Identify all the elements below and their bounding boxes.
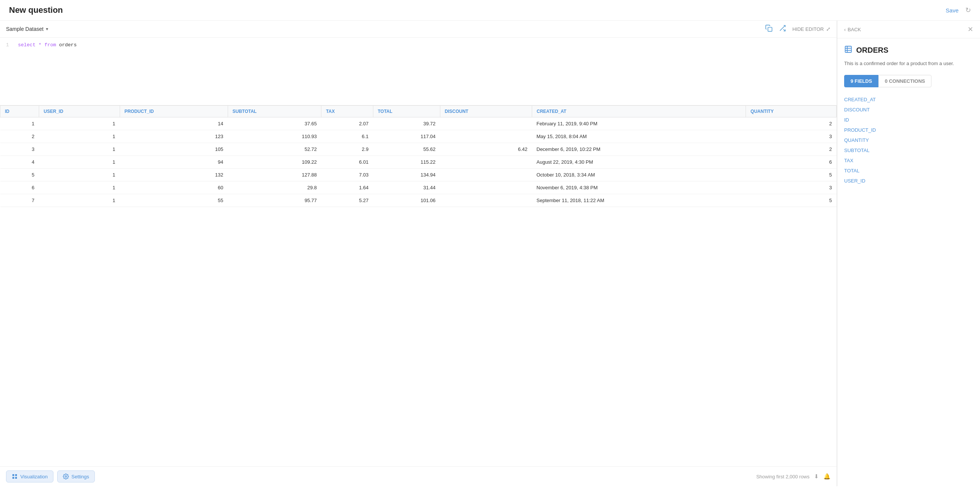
table-cell: 134.94	[373, 169, 440, 181]
rows-info: Showing first 2,000 rows ⬇ 🔔	[756, 473, 830, 480]
fields-list: CREATED_ATDISCOUNTIDPRODUCT_IDQUANTITYSU…	[844, 95, 973, 186]
table-cell: 6	[0, 181, 39, 194]
close-button[interactable]: ✕	[967, 25, 973, 33]
back-button[interactable]: ‹ BACK	[844, 27, 861, 32]
sql-from: from	[45, 42, 56, 48]
table-cell: 37.65	[228, 118, 321, 130]
tab-connections-button[interactable]: 0 CONNECTIONS	[878, 75, 931, 87]
field-item[interactable]: TOTAL	[844, 166, 973, 175]
settings-button[interactable]: Settings	[57, 470, 95, 482]
hide-editor-button[interactable]: HIDE EDITOR ⤢	[792, 26, 830, 32]
back-label: BACK	[848, 27, 861, 32]
col-id[interactable]: ID	[0, 106, 39, 118]
table-row: 4194109.226.01115.22August 22, 2019, 4:3…	[0, 156, 837, 169]
save-button[interactable]: Save	[946, 7, 959, 14]
copy-icon[interactable]	[765, 24, 773, 33]
alert-icon[interactable]: 🔔	[823, 473, 830, 480]
table-cell: 2.9	[321, 143, 373, 156]
table-cell: 52.72	[228, 143, 321, 156]
col-product-id[interactable]: PRODUCT_ID	[120, 106, 228, 118]
table-cell: 105	[120, 143, 228, 156]
table-cell: 60	[120, 181, 228, 194]
editor-toolbar: Sample Dataset ▾ HIDE EDITOR ⤢	[0, 21, 837, 38]
table-cell	[440, 118, 532, 130]
dataset-selector[interactable]: Sample Dataset ▾	[6, 26, 48, 32]
table-cell: 5	[746, 169, 837, 181]
left-panel: Sample Dataset ▾ HIDE EDITOR ⤢ 1 select	[0, 21, 837, 486]
table-cell: September 11, 2018, 11:22 AM	[532, 194, 746, 207]
col-subtotal[interactable]: SUBTOTAL	[228, 106, 321, 118]
results-table: ID USER_ID PRODUCT_ID SUBTOTAL TAX TOTAL…	[0, 105, 837, 207]
sql-editor[interactable]: 1 select * from orders	[0, 38, 837, 105]
table-cell: 1.64	[321, 181, 373, 194]
header-actions: Save ↻	[946, 6, 971, 14]
field-item[interactable]: DISCOUNT	[844, 105, 973, 115]
main-layout: Sample Dataset ▾ HIDE EDITOR ⤢ 1 select	[0, 21, 980, 486]
table-cell: 7	[0, 194, 39, 207]
col-quantity[interactable]: QUANTITY	[746, 106, 837, 118]
table-cell: 29.8	[228, 181, 321, 194]
field-item[interactable]: CREATED_AT	[844, 95, 973, 104]
table-cell: 2	[0, 130, 39, 143]
table-cell: 1	[39, 194, 120, 207]
table-cell: 132	[120, 169, 228, 181]
table-cell: 1	[39, 156, 120, 169]
table-cell: 55.62	[373, 143, 440, 156]
download-icon[interactable]: ⬇	[814, 473, 819, 480]
table-title-row: ORDERS	[844, 45, 973, 55]
dataset-name: Sample Dataset	[6, 26, 44, 32]
refresh-button[interactable]: ↻	[965, 6, 971, 14]
table-name: ORDERS	[856, 46, 889, 54]
sql-table: orders	[59, 42, 77, 48]
field-item[interactable]: ID	[844, 115, 973, 124]
svg-rect-3	[13, 474, 14, 476]
table-cell: 123	[120, 130, 228, 143]
table-cell: 101.06	[373, 194, 440, 207]
table-cell: May 15, 2018, 8:04 AM	[532, 130, 746, 143]
field-item[interactable]: QUANTITY	[844, 135, 973, 145]
visualization-button[interactable]: Visualization	[6, 470, 53, 482]
svg-rect-6	[15, 477, 17, 479]
line-number: 1	[6, 42, 9, 48]
table-cell: 1	[39, 169, 120, 181]
results-table-container: ID USER_ID PRODUCT_ID SUBTOTAL TAX TOTAL…	[0, 105, 837, 466]
table-cell: 1	[39, 130, 120, 143]
settings-gear-icon	[63, 473, 69, 479]
back-chevron-icon: ‹	[844, 27, 846, 32]
table-cell: 2.07	[321, 118, 373, 130]
table-cell: 127.88	[228, 169, 321, 181]
col-tax[interactable]: TAX	[321, 106, 373, 118]
table-cell: 109.22	[228, 156, 321, 169]
right-panel-body: ORDERS This is a confirmed order for a p…	[837, 38, 980, 486]
table-cell	[440, 181, 532, 194]
tabs-row: 9 FIELDS 0 CONNECTIONS	[844, 75, 973, 87]
table-cell: 3	[0, 143, 39, 156]
table-cell: 2	[746, 143, 837, 156]
field-item[interactable]: SUBTOTAL	[844, 146, 973, 155]
table-cell: 1	[39, 143, 120, 156]
table-cell: 95.77	[228, 194, 321, 207]
table-row: 111437.652.0739.72February 11, 2019, 9:4…	[0, 118, 837, 130]
table-cell: 6.01	[321, 156, 373, 169]
field-item[interactable]: PRODUCT_ID	[844, 125, 973, 135]
field-item[interactable]: USER_ID	[844, 176, 973, 186]
tab-fields-button[interactable]: 9 FIELDS	[844, 75, 878, 87]
table-cell: 14	[120, 118, 228, 130]
table-row: 21123110.936.1117.04May 15, 2018, 8:04 A…	[0, 130, 837, 143]
chevron-down-icon: ▾	[46, 26, 48, 32]
table-description: This is a confirmed order for a product …	[844, 60, 973, 67]
col-discount[interactable]: DISCOUNT	[440, 106, 532, 118]
table-cell: 1	[39, 181, 120, 194]
col-user-id[interactable]: USER_ID	[39, 106, 120, 118]
col-total[interactable]: TOTAL	[373, 106, 440, 118]
right-panel-header: ‹ BACK ✕	[837, 21, 980, 38]
table-cell: 55	[120, 194, 228, 207]
settings-label: Settings	[72, 474, 89, 479]
shuffle-icon[interactable]	[779, 24, 786, 33]
table-cell: August 22, 2019, 4:30 PM	[532, 156, 746, 169]
table-cell: 6.1	[321, 130, 373, 143]
page-title: New question	[9, 5, 63, 15]
field-item[interactable]: TAX	[844, 156, 973, 165]
col-created-at[interactable]: CREATED_AT	[532, 106, 746, 118]
svg-rect-5	[13, 477, 14, 479]
